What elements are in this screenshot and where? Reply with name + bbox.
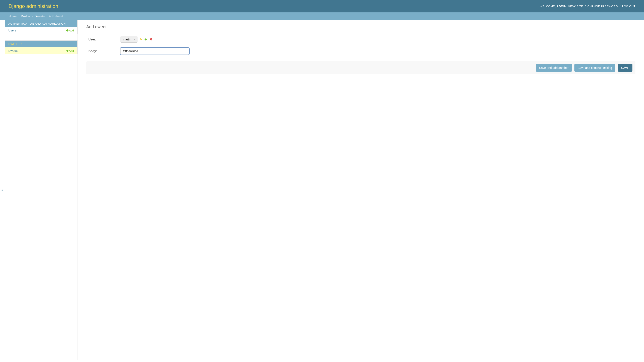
view-site-link[interactable]: VIEW SITE [568, 5, 583, 8]
user-label: User: [86, 38, 120, 41]
user-select[interactable]: martin [120, 36, 138, 42]
add-dweets-link[interactable]: ✚Add [66, 49, 74, 52]
nav-toggle[interactable]: « [0, 20, 5, 360]
breadcrumb-app[interactable]: Dwitter [21, 14, 30, 18]
save-add-another-button[interactable] [536, 64, 572, 72]
plus-icon[interactable]: ✚ [144, 37, 147, 41]
form-row-body: Body: [86, 45, 636, 57]
body-input[interactable] [120, 48, 189, 54]
sidebar-app-header[interactable]: AUTHENTICATION AND AUTHORIZATION [5, 20, 77, 27]
logout-link[interactable]: LOG OUT [622, 5, 636, 8]
related-widget: ✎ ✚ ✖ [140, 37, 152, 41]
add-users-link[interactable]: ✚Add [66, 29, 74, 32]
pencil-icon[interactable]: ✎ [140, 37, 142, 41]
page-title: Add dweet [86, 24, 636, 29]
change-password-link[interactable]: CHANGE PASSWORD [588, 5, 618, 8]
sidebar-app-header[interactable]: DWITTER [5, 41, 77, 47]
user-tools: WELCOME, ADMIN. VIEW SITE / CHANGE PASSW… [540, 5, 636, 8]
submit-row [86, 61, 636, 74]
sidebar-app-dwitter: DWITTER Dweets ✚Add [5, 40, 78, 54]
breadcrumb-home[interactable]: Home [8, 14, 16, 18]
form-row-user: User: martin ✎ ✚ ✖ [86, 33, 636, 45]
plus-icon: ✚ [66, 29, 68, 32]
sidebar-model-dweets[interactable]: Dweets [8, 49, 18, 52]
breadcrumb-current: Add dweet [49, 14, 63, 18]
save-continue-button[interactable] [574, 64, 615, 72]
branding[interactable]: Django administration [8, 3, 58, 9]
welcome-text: WELCOME, [540, 5, 556, 8]
breadcrumb-model[interactable]: Dweets [35, 14, 45, 18]
main: « AUTHENTICATION AND AUTHORIZATION Users… [0, 20, 644, 360]
x-icon[interactable]: ✖ [150, 37, 152, 41]
sidebar-model-row: Dweets ✚Add [5, 47, 77, 54]
sidebar-model-row: Users ✚Add [5, 27, 77, 34]
plus-icon: ✚ [66, 49, 68, 52]
body-label: Body: [86, 49, 120, 53]
header: Django administration WELCOME, ADMIN. VI… [0, 0, 644, 12]
sidebar: AUTHENTICATION AND AUTHORIZATION Users ✚… [5, 20, 78, 360]
sidebar-model-users[interactable]: Users [8, 29, 16, 32]
collapse-icon: « [2, 188, 4, 192]
breadcrumbs: Home › Dwitter › Dweets › Add dweet [0, 12, 644, 20]
save-button[interactable] [618, 64, 632, 72]
content: Add dweet User: martin ✎ ✚ ✖ [78, 20, 644, 360]
sidebar-app-auth: AUTHENTICATION AND AUTHORIZATION Users ✚… [5, 20, 78, 34]
add-dweet-form: User: martin ✎ ✚ ✖ Body: [86, 33, 636, 74]
username: ADMIN [557, 5, 566, 8]
